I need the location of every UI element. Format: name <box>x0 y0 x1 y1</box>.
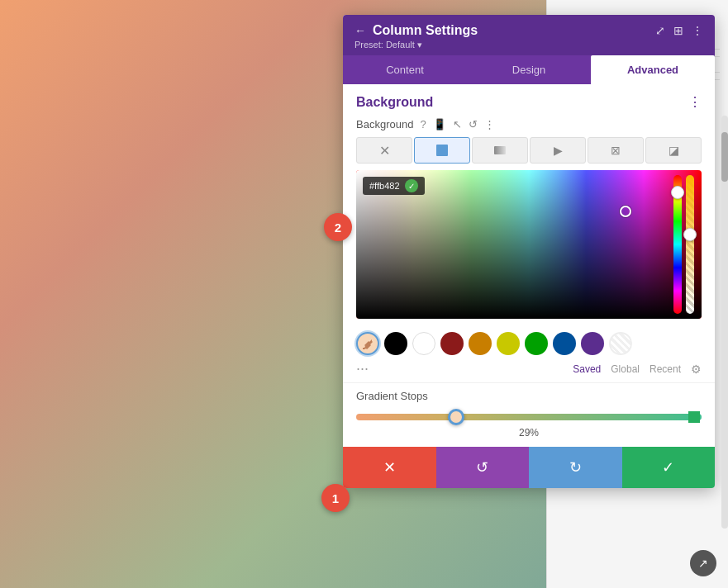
scrollbar-thumb[interactable] <box>721 132 728 182</box>
panel-title-left: ← Column Settings <box>354 23 478 38</box>
hue-track[interactable] <box>673 175 682 314</box>
preset-label[interactable]: Preset: Default ▾ <box>354 40 703 50</box>
panel-header-icons: ⤢ ⊞ ⋮ <box>655 24 703 37</box>
dots-icon[interactable]: ··· <box>356 360 369 377</box>
gradient-end-thumb[interactable] <box>688 411 700 423</box>
swatch-green[interactable] <box>525 332 548 355</box>
hex-badge: #ffb482 ✓ <box>363 177 425 195</box>
swatch-eyedropper[interactable] <box>356 332 379 355</box>
background-section-header: Background ⋮ <box>343 84 715 115</box>
back-icon[interactable]: ← <box>354 24 366 37</box>
action-bar: ✕ ↺ ↻ ✓ <box>343 447 715 488</box>
more-icon[interactable]: ⋮ <box>692 24 703 37</box>
tab-design[interactable]: Design <box>467 55 591 84</box>
redo-button[interactable]: ↻ <box>529 447 622 488</box>
column-settings-panel: ← Column Settings ⤢ ⊞ ⋮ Preset: Default … <box>343 15 715 488</box>
swatch-striped[interactable] <box>609 332 632 355</box>
saved-row: ··· Saved Global Recent ⚙ <box>343 358 715 382</box>
saved-tab-recent[interactable]: Recent <box>649 363 681 375</box>
bg-more-icon[interactable]: ⋮ <box>484 118 495 130</box>
gradient-slider[interactable] <box>356 410 702 424</box>
panel-body: Background ⋮ Background ? 📱 ↖ ↺ ⋮ ✕ <box>343 84 715 447</box>
bg-label: Background <box>356 118 413 130</box>
swatches-row <box>343 327 715 358</box>
bg-pointer-icon[interactable]: ↖ <box>453 118 462 130</box>
svg-rect-1 <box>494 146 506 154</box>
gradient-icon <box>494 146 506 154</box>
svg-rect-0 <box>436 145 448 156</box>
scrollbar[interactable] <box>721 116 728 529</box>
color-picker-area: #ffb482 ✓ <box>356 170 702 319</box>
bottom-right-icon[interactable]: ↗ <box>690 550 716 576</box>
swatch-purple[interactable] <box>581 332 604 355</box>
color-canvas[interactable]: #ffb482 ✓ <box>356 170 702 319</box>
type-btn-color[interactable] <box>414 137 470 164</box>
swatch-orange[interactable] <box>469 332 492 355</box>
swatch-blue[interactable] <box>553 332 576 355</box>
eyedropper-icon <box>362 338 374 349</box>
gradient-track <box>356 414 702 420</box>
bg-reset-icon[interactable]: ↺ <box>469 118 478 130</box>
alpha-thumb[interactable] <box>683 228 697 241</box>
bottom-right-arrow: ↗ <box>698 557 708 570</box>
type-btn-gradient[interactable] <box>472 137 528 164</box>
swatch-black[interactable] <box>384 332 407 355</box>
gradient-stops-section: Gradient Stops 29% <box>343 382 715 447</box>
hex-value[interactable]: #ffb482 <box>369 181 400 191</box>
color-fill-icon <box>436 145 448 156</box>
picker-sliders <box>673 175 697 314</box>
redo-icon: ↻ <box>569 458 582 477</box>
tab-content[interactable]: Content <box>343 55 467 84</box>
hue-thumb[interactable] <box>671 186 684 199</box>
tab-advanced[interactable]: Advanced <box>591 55 715 84</box>
gradient-stops-title: Gradient Stops <box>356 390 702 402</box>
badge-2: 2 <box>324 213 352 241</box>
swatch-darkred[interactable] <box>440 332 464 355</box>
type-btn-none[interactable]: ✕ <box>356 137 412 164</box>
swatch-settings-icon[interactable]: ⚙ <box>691 363 702 376</box>
swatch-white[interactable] <box>412 332 435 355</box>
badge-2-number: 2 <box>335 220 341 235</box>
panel-header: ← Column Settings ⤢ ⊞ ⋮ Preset: Default … <box>343 15 715 55</box>
save-icon: ✓ <box>662 458 674 477</box>
badge-1-number: 1 <box>332 491 339 505</box>
alpha-track[interactable] <box>686 175 694 314</box>
hex-confirm[interactable]: ✓ <box>405 179 418 192</box>
layout-icon[interactable]: ⊞ <box>673 24 683 37</box>
cancel-button[interactable]: ✕ <box>343 447 436 488</box>
badge-1: 1 <box>321 484 350 512</box>
saved-tab-saved[interactable]: Saved <box>573 363 601 375</box>
panel-title-row: ← Column Settings ⤢ ⊞ ⋮ <box>354 23 703 38</box>
save-button[interactable]: ✓ <box>622 447 716 488</box>
type-btn-video[interactable]: ▶ <box>530 137 586 164</box>
preset-text: Preset: Default <box>354 40 415 50</box>
type-btn-mask[interactable]: ◪ <box>645 137 702 164</box>
swatch-yellow[interactable] <box>497 332 520 355</box>
check-icon: ✓ <box>408 182 415 191</box>
section-menu-icon[interactable]: ⋮ <box>688 94 702 110</box>
panel-tabs: Content Design Advanced <box>343 55 715 84</box>
bg-mobile-icon[interactable]: 📱 <box>433 118 446 130</box>
panel-title: Column Settings <box>373 23 478 38</box>
section-title: Background <box>356 95 433 110</box>
type-btn-pattern[interactable]: ⊠ <box>588 137 644 164</box>
saved-tab-global[interactable]: Global <box>611 363 640 375</box>
preset-arrow: ▾ <box>417 40 422 50</box>
bg-controls-row: Background ? 📱 ↖ ↺ ⋮ <box>343 115 715 137</box>
reset-icon: ↺ <box>476 458 488 477</box>
reset-button[interactable]: ↺ <box>436 447 530 488</box>
type-selector-row: ✕ ▶ ⊠ ◪ <box>343 137 715 170</box>
gradient-thumb[interactable] <box>448 409 464 425</box>
gradient-percent: 29% <box>356 427 702 439</box>
expand-icon[interactable]: ⤢ <box>655 24 665 37</box>
bg-help-icon[interactable]: ? <box>420 118 426 130</box>
cancel-icon: ✕ <box>383 458 396 477</box>
